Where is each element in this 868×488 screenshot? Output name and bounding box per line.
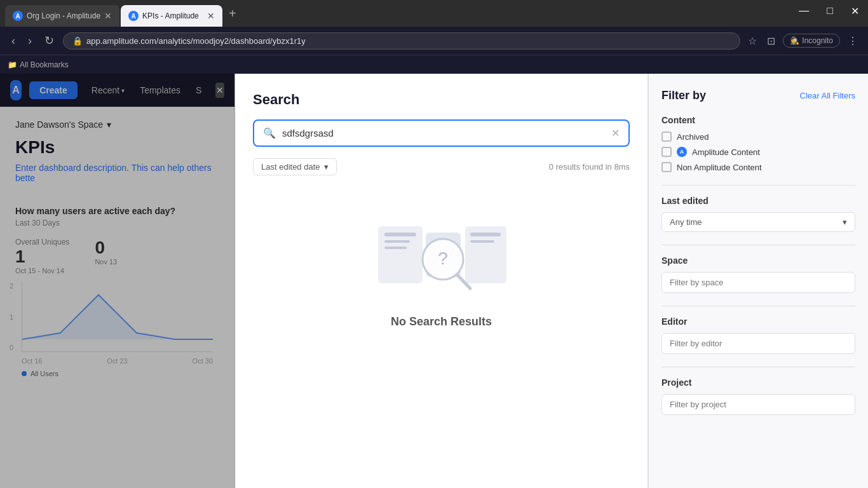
filter-editor-section: Editor <box>661 316 855 354</box>
search-clear-button[interactable]: ✕ <box>611 127 620 139</box>
incognito-badge[interactable]: 🕵 Incognito <box>783 34 840 48</box>
clear-filters-button[interactable]: Clear All Filters <box>800 91 855 100</box>
refresh-button[interactable]: ↻ <box>41 31 58 50</box>
tab-1[interactable]: A Org Login - Amplitude ✕ <box>5 5 119 27</box>
overlay-dim <box>0 74 235 488</box>
filter-archived-row: Archived <box>661 132 855 142</box>
search-input-wrapper: 🔍 ✕ <box>253 119 630 147</box>
filter-header: Filter by Clear All Filters <box>661 89 855 102</box>
sort-button[interactable]: Last edited date ▾ <box>253 158 337 175</box>
svg-rect-7 <box>470 240 494 243</box>
filter-space-title: Space <box>661 255 855 266</box>
svg-text:?: ? <box>438 248 448 268</box>
filter-non-amplitude-row: Non Amplitude Content <box>661 162 855 172</box>
url-text: app.amplitude.com/analytics/moodjoy2/das… <box>86 36 306 46</box>
add-tab-button[interactable]: + <box>224 0 241 27</box>
filter-last-edited-section: Last edited Any time ▾ <box>661 196 855 232</box>
no-results-title: No Search Results <box>391 315 492 329</box>
bookmarks-icon: 📁 <box>8 60 17 69</box>
svg-rect-2 <box>384 240 410 243</box>
tab2-close[interactable]: ✕ <box>207 11 215 21</box>
archived-checkbox[interactable] <box>661 132 672 142</box>
filter-content-section: Content Archived A Amplitude Content Non… <box>661 115 855 172</box>
editor-filter-input[interactable] <box>661 333 855 354</box>
search-meta-row: Last edited date ▾ 0 results found in 8m… <box>253 158 630 175</box>
svg-rect-1 <box>384 233 416 236</box>
address-bar-actions: ☆ ⊡ 🕵 Incognito ⋮ <box>745 32 860 50</box>
lock-icon: 🔒 <box>72 36 83 46</box>
address-bar[interactable]: 🔒 app.amplitude.com/analytics/moodjoy2/d… <box>63 32 740 50</box>
no-results-container: ? No Search Results <box>253 188 630 354</box>
browser-chrome: A Org Login - Amplitude ✕ A KPIs - Ampli… <box>0 0 868 74</box>
space-filter-input[interactable] <box>661 272 855 293</box>
star-button[interactable]: ☆ <box>745 32 759 50</box>
address-bar-row: ‹ › ↻ 🔒 app.amplitude.com/analytics/mood… <box>0 27 868 55</box>
filter-editor-title: Editor <box>661 316 855 327</box>
filter-divider-2 <box>661 245 855 245</box>
non-amplitude-checkbox[interactable] <box>661 162 672 172</box>
non-amplitude-label: Non Amplitude Content <box>677 163 762 172</box>
tab-2[interactable]: A KPIs - Amplitude ✕ <box>121 5 222 27</box>
window-controls: — □ ✕ <box>790 0 868 27</box>
incognito-icon: 🕵 <box>790 36 799 45</box>
filter-title: Filter by <box>661 89 706 102</box>
search-title: Search <box>253 92 630 108</box>
minimize-button[interactable]: — <box>790 0 818 22</box>
filter-content-title: Content <box>661 115 855 125</box>
svg-rect-6 <box>470 233 501 236</box>
bookmarks-label: All Bookmarks <box>20 60 69 69</box>
tab1-label: Org Login - Amplitude <box>27 11 100 20</box>
close-button[interactable]: ✕ <box>842 0 868 22</box>
search-icon: 🔍 <box>263 127 276 139</box>
back-button[interactable]: ‹ <box>8 32 19 50</box>
maximize-button[interactable]: □ <box>818 0 842 22</box>
sort-chevron-icon: ▾ <box>324 162 329 172</box>
results-count: 0 results found in 8ms <box>549 162 630 172</box>
filter-project-section: Project <box>661 377 855 415</box>
project-filter-input[interactable] <box>661 394 855 415</box>
filter-divider-3 <box>661 306 855 306</box>
chrome-menu-button[interactable]: ⋮ <box>845 32 860 50</box>
sort-label: Last edited date <box>261 162 320 172</box>
amplitude-content-label: Amplitude Content <box>692 147 760 157</box>
incognito-label: Incognito <box>802 36 833 45</box>
svg-rect-3 <box>384 247 407 249</box>
tab2-favicon: A <box>128 11 139 21</box>
filter-space-section: Space <box>661 255 855 293</box>
amplitude-content-checkbox[interactable] <box>661 147 672 157</box>
app-container: A Create Recent ▾ Templates S ✕ Jane Daw… <box>0 74 868 488</box>
filter-project-title: Project <box>661 377 855 388</box>
filter-panel: Filter by Clear All Filters Content Arch… <box>648 74 868 488</box>
left-panel: A Create Recent ▾ Templates S ✕ Jane Daw… <box>0 74 235 488</box>
search-input[interactable] <box>282 128 605 139</box>
filter-divider-4 <box>661 367 855 367</box>
last-edited-dropdown[interactable]: Any time ▾ <box>661 212 855 232</box>
bookmarks-folder[interactable]: 📁 All Bookmarks <box>8 60 69 69</box>
filter-last-edited-title: Last edited <box>661 196 855 206</box>
bookmarks-bar: 📁 All Bookmarks <box>0 55 868 74</box>
tab2-label: KPIs - Amplitude <box>142 11 199 20</box>
tab1-close[interactable]: ✕ <box>104 11 112 21</box>
archived-label: Archived <box>677 132 709 142</box>
search-modal: Search 🔍 ✕ Last edited date ▾ 0 results … <box>235 74 648 488</box>
filter-amplitude-row: A Amplitude Content <box>661 147 855 157</box>
amplitude-content-badge: A <box>677 147 687 157</box>
last-edited-value: Any time <box>670 217 702 227</box>
no-results-illustration: ? <box>372 214 512 302</box>
tab-menu-button[interactable]: ⊡ <box>764 32 778 50</box>
forward-button[interactable]: › <box>24 32 36 50</box>
filter-divider-1 <box>661 185 855 186</box>
last-edited-chevron-icon: ▾ <box>843 217 847 227</box>
tab1-favicon: A <box>13 11 23 21</box>
